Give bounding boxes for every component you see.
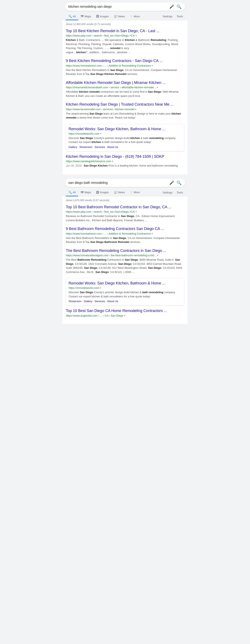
- result-item-2-3: The Best Bathroom Remodeling Contractors…: [66, 248, 184, 274]
- sitelink-gallery-1[interactable]: Gallery: [69, 146, 77, 148]
- more-icon-2: ⋮: [130, 191, 133, 194]
- result-title-2-1[interactable]: Top 10 Best Bathroom Remodel Contractor …: [66, 205, 184, 210]
- result-title-1-2[interactable]: 9 Best Kitchen Remodeling Contractors - …: [66, 58, 184, 63]
- sitelink-showroom-2[interactable]: Showroom: [69, 300, 81, 303]
- result-title-1-3[interactable]: Affordable Kitchen Remodel San Diego | M…: [66, 80, 184, 85]
- result-item-2-1: Top 10 Best Bathroom Remodel Contractor …: [66, 205, 184, 222]
- result-url-row-1-5: https://remodelworks.com ▾: [69, 132, 181, 135]
- tab-news-label-2: News: [118, 191, 125, 194]
- result-title-1-5[interactable]: Remodel Works: San Diego Kitchen, Bathro…: [69, 127, 181, 132]
- result-snippet-2-1: Reviews on Bathroom Remodel Contractor i…: [66, 214, 184, 222]
- tab-more-1[interactable]: ⋮ More: [127, 13, 142, 20]
- result-snippet-2-4: Discover San Diego County's premier desi…: [69, 290, 181, 298]
- tools-link-1[interactable]: Tools: [175, 13, 184, 20]
- sitelink-aboutus-1[interactable]: About Us: [107, 146, 118, 148]
- result-url-2-3: https://www.homebuilderdigest.com › the-…: [66, 254, 156, 257]
- result-url-2-1: https://www.yelp.com › search › find_loc…: [66, 210, 135, 213]
- search-bar-1: 🎤 🔍: [65, 2, 185, 11]
- result-arrow-2-5: ▾: [124, 314, 125, 317]
- mic-icon-1[interactable]: 🎤: [169, 4, 174, 9]
- search-icon-1[interactable]: 🔍: [176, 4, 182, 9]
- mic-icon-2[interactable]: 🎤: [169, 180, 174, 185]
- result-url-2-2: https://www.homeadvisor.com › ... › Addi…: [66, 232, 151, 235]
- tab-maps-label-2: Maps: [84, 191, 91, 194]
- search-input-2[interactable]: [68, 181, 169, 185]
- result-sitelinks-2-4: Showroom · Gallery · Services · About Us: [69, 300, 181, 303]
- images-icon-2: 🖼: [96, 191, 99, 194]
- tab-images-2[interactable]: 🖼 Images: [94, 189, 111, 196]
- search-bar-2: 🎤 🔍: [65, 179, 185, 187]
- result-url-row-1-3: https://miramarkitchenandbath.com › serv…: [66, 86, 184, 89]
- settings-link-2[interactable]: Settings: [161, 189, 174, 196]
- result-url-row-2-3: https://www.homebuilderdigest.com › the-…: [66, 254, 184, 257]
- sitelink-services-1[interactable]: Services: [95, 146, 105, 148]
- result-snippet-2-3: The Best Bathroom Remodeling Contractors…: [66, 258, 184, 274]
- news-icon-2: 📰: [114, 191, 117, 194]
- result-url-row-1-1: https://www.yelp.com › search › find_loc…: [66, 34, 184, 37]
- all-icon-1: 🔍: [68, 14, 72, 18]
- results-area-2: About 4,870,000 results (0.67 seconds) T…: [62, 196, 188, 324]
- result-title-2-3[interactable]: The Best Bathroom Remodeling Contractors…: [66, 248, 184, 253]
- result-title-1-4[interactable]: Kitchen Remodeling San Diego | Trusted C…: [66, 102, 184, 107]
- result-url-row-2-4: https://remodelworks.com ▾: [69, 286, 181, 290]
- tab-more-label-1: More: [133, 15, 140, 18]
- nav-right-1: Settings Tools: [161, 13, 184, 20]
- result-arrow-2-3: ▾: [157, 254, 158, 256]
- result-title-2-5[interactable]: Top 10 Best San Diego CA Home Remodeling…: [66, 308, 184, 313]
- tab-all-2[interactable]: 🔍 All: [66, 189, 78, 196]
- result-url-1-1: https://www.yelp.com › search › find_loc…: [66, 34, 135, 37]
- sitelink-gallery-2[interactable]: Gallery: [84, 300, 92, 303]
- result-title-2-2[interactable]: 9 Best Bathroom Remodeling Contractors S…: [66, 226, 184, 231]
- search-icons-2: 🎤 🔍: [169, 180, 182, 185]
- maps-icon-1: 🗺: [81, 14, 84, 18]
- result-title-1-1[interactable]: Top 10 Best Kitchen Remodel in San Diego…: [66, 28, 184, 34]
- result-count-2: About 4,870,000 results (0.67 seconds): [66, 199, 184, 202]
- result-url-row-1-2: https://www.homeadvisor.com › ... › Addi…: [66, 64, 184, 67]
- result-item-1-3: Affordable Kitchen Remodel San Diego | M…: [66, 80, 184, 98]
- tab-maps-2[interactable]: 🗺 Maps: [78, 189, 94, 196]
- result-arrow-2-2: ▾: [152, 232, 153, 235]
- search-icon-2[interactable]: 🔍: [176, 180, 182, 185]
- tab-images-label-2: Images: [100, 191, 109, 194]
- result-url-1-4: https://www.larsremodel.com › services ›…: [66, 108, 134, 111]
- result-url-2-4: https://remodelworks.com: [69, 286, 99, 290]
- result-arrow-1-2: ▾: [152, 64, 153, 67]
- result-item-1-6: Kitchen Remodeling in San Diego - (619) …: [66, 154, 184, 168]
- result-item-1-2: 9 Best Kitchen Remodeling Contractors - …: [66, 58, 184, 76]
- result-url-1-5: https://remodelworks.com: [69, 132, 99, 135]
- tab-all-1[interactable]: 🔍 All: [66, 13, 78, 20]
- tab-more-label-2: More: [133, 191, 140, 194]
- section-divider: [62, 174, 188, 176]
- settings-link-1[interactable]: Settings: [161, 13, 174, 20]
- result-snippet-1-2: Hire the Best Kitchen Remodelers in San …: [66, 68, 184, 76]
- result-item-2-4: Remodel Works: San Diego Kitchen, Bathro…: [66, 278, 184, 306]
- result-arrow-2-1: ▾: [136, 210, 137, 213]
- search-input-1[interactable]: [68, 5, 169, 8]
- tab-images-1[interactable]: 🖼 Images: [94, 13, 111, 20]
- tab-images-label-1: Images: [100, 15, 109, 18]
- result-title-2-4[interactable]: Remodel Works: San Diego Kitchen, Bathro…: [69, 281, 181, 286]
- sitelink-services-2[interactable]: Services: [95, 300, 105, 303]
- maps-icon-2: 🗺: [81, 191, 84, 194]
- result-url-1-2: https://www.homeadvisor.com › ... › Addi…: [66, 64, 151, 67]
- result-arrow-1-1: ▾: [136, 34, 137, 37]
- nav-right-2: Settings Tools: [161, 189, 184, 196]
- result-snippet-2-2: Hire the Best Bathroom Remodelers in San…: [66, 236, 184, 244]
- result-url-row-1-6: https://www.sandiegokitchenpros.com ▾: [66, 160, 184, 163]
- tools-link-2[interactable]: Tools: [175, 189, 184, 196]
- sitelink-showroom-1[interactable]: Showroom: [79, 146, 92, 148]
- result-url-row-2-2: https://www.homeadvisor.com › ... › Addi…: [66, 232, 184, 235]
- result-snippet-1-4: The award-winning San Diego team at Lars…: [66, 112, 184, 120]
- result-title-1-6[interactable]: Kitchen Remodeling in San Diego - (619) …: [66, 154, 184, 159]
- nav-tabs-1: 🔍 All 🗺 Maps 🖼 Images 📰 News ⋮ More Sett…: [65, 13, 185, 20]
- result-arrow-1-5: ▾: [100, 132, 101, 135]
- result-item-2-5: Top 10 Best San Diego CA Home Remodeling…: [66, 308, 184, 317]
- tab-more-2[interactable]: ⋮ More: [127, 189, 142, 196]
- result-snippet-1-1: Kitchen & Bath, Contractors. ... We spec…: [66, 38, 184, 54]
- tab-maps-1[interactable]: 🗺 Maps: [78, 13, 94, 20]
- tab-news-2[interactable]: 📰 News: [111, 189, 127, 196]
- tab-all-label-2: All: [73, 191, 76, 194]
- tab-news-1[interactable]: 📰 News: [111, 13, 127, 20]
- sitelink-aboutus-2[interactable]: About Us: [107, 300, 118, 303]
- result-arrow-1-3: ▾: [157, 86, 158, 88]
